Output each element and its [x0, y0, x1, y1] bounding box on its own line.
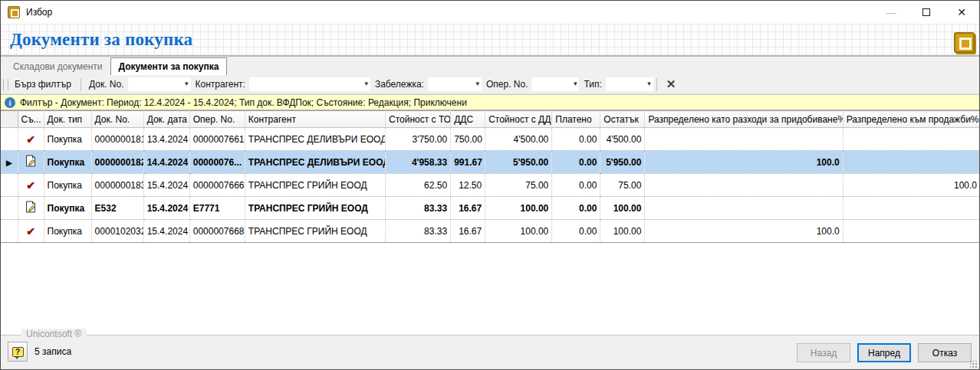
cell: [645, 197, 843, 220]
column-header[interactable]: Док. No.: [91, 111, 143, 128]
edit-document-icon: [25, 159, 36, 169]
app-icon: [8, 6, 20, 18]
column-header[interactable]: Опер. No.: [189, 111, 245, 128]
cell: ТРАНСПРЕС ДЕЛИВЪРИ ЕООД: [245, 151, 385, 174]
info-icon: i: [5, 97, 15, 108]
cell: 100.0: [645, 151, 843, 174]
cancel-button[interactable]: Отказ: [918, 343, 972, 362]
cell: 100.0: [843, 174, 980, 197]
filter-combo[interactable]: ▾: [428, 77, 482, 91]
checkmark-icon: ✔: [26, 179, 35, 192]
cell: 0000000181: [91, 128, 143, 151]
column-header[interactable]: Разпределено като разходи за придобиване…: [645, 111, 843, 128]
question-icon: ?: [12, 347, 24, 357]
cell: 15.4.2024: [143, 197, 189, 220]
maximize-icon: [922, 8, 930, 16]
column-header[interactable]: Док. дата: [143, 111, 189, 128]
table-row[interactable]: ✔Покупка000000018113.4.20240000007661ТРА…: [1, 128, 980, 151]
column-header[interactable]: ДДС: [451, 111, 485, 128]
page-title: Документи за покупка: [1, 30, 192, 50]
cell: Покупка: [44, 220, 91, 243]
cell: ТРАНСПРЕС ДЕЛИВЪРИ ЕООД: [245, 128, 385, 151]
help-button[interactable]: ?: [8, 342, 28, 362]
cell: 991.67: [451, 151, 485, 174]
forward-button[interactable]: Напред: [857, 343, 911, 362]
cell: 0.00: [552, 128, 600, 151]
cell: 100.00: [485, 220, 552, 243]
cell: 15.4.2024: [143, 174, 189, 197]
clear-filter-icon[interactable]: ✕: [660, 77, 682, 91]
edit-document-icon: [25, 205, 36, 215]
row-indicator: ▶: [1, 151, 18, 174]
table-row[interactable]: ПокупкаE53215.4.2024E7771ТРАНСПРЕС ГРИЙН…: [1, 197, 980, 220]
grid-empty-area: [1, 243, 979, 335]
filter-combo[interactable]: ▾: [606, 77, 653, 91]
row-indicator: [1, 197, 18, 220]
resize-grip[interactable]: [970, 361, 978, 368]
footer-panel: Unicontsoft ® ? 5 записа Назад Напред От…: [1, 335, 979, 370]
cell: [843, 151, 980, 174]
column-header[interactable]: Разпределено към продажби%: [843, 111, 980, 128]
quick-filter-button[interactable]: Бърз филтър: [8, 77, 77, 92]
cell: 0000007668: [189, 220, 245, 243]
column-header[interactable]: Стойност с ДДС: [485, 111, 552, 128]
page-header: Документи за покупка: [1, 24, 979, 57]
checkmark-icon: ✔: [26, 225, 35, 237]
table-row[interactable]: ✔Покупка000000018315.4.20240000007666ТРА…: [1, 174, 980, 197]
documents-grid: Съ...Док. типДок. No.Док. датаОпер. No.К…: [1, 110, 979, 243]
cell: 14.4.2024: [143, 151, 189, 174]
column-header[interactable]: Контрагент: [245, 111, 385, 128]
status-cell: [18, 151, 44, 174]
status-cell: [18, 197, 44, 220]
cell: Покупка: [44, 197, 91, 220]
filter-label: Контрагент:: [196, 79, 245, 90]
minimize-button[interactable]: —: [873, 1, 909, 24]
dialog-window: Избор — ✕ Документи за покупка Складови …: [0, 0, 980, 370]
toolbar-grip-handle[interactable]: [3, 79, 8, 90]
cell: Покупка: [44, 128, 91, 151]
column-header[interactable]: Платено: [552, 111, 600, 128]
tab-strip: Складови документиДокументи за покупка: [1, 57, 979, 75]
tab-warehouse-documents[interactable]: Складови документи: [5, 58, 110, 75]
table-row[interactable]: ✔Покупка000010203215.4.20240000007668ТРА…: [1, 220, 980, 243]
checkmark-icon: ✔: [26, 133, 35, 146]
filter-combo[interactable]: ▾: [249, 77, 370, 91]
cell: 4'500.00: [600, 128, 645, 151]
cell: 0000007666: [189, 174, 245, 197]
cell: 16.67: [451, 220, 485, 243]
column-header[interactable]: Съ...: [18, 111, 44, 128]
tab-purchase-documents[interactable]: Документи за покупка: [110, 57, 228, 75]
row-indicator: [1, 220, 18, 243]
title-bar: Избор — ✕: [1, 1, 979, 24]
filter-summary-text: Филтър - Документ: Период: 12.4.2024 - 1…: [20, 97, 467, 108]
cell: 0.00: [552, 197, 600, 220]
filter-label: Опер. No.: [486, 79, 528, 90]
cell: 100.0: [645, 220, 843, 243]
maximize-button[interactable]: [909, 1, 944, 24]
cell: [645, 128, 843, 151]
row-indicator: [1, 174, 18, 197]
filter-combo[interactable]: ▾: [128, 77, 191, 91]
status-cell: ✔: [18, 128, 44, 151]
column-header[interactable]: Остатък: [600, 111, 645, 128]
chevron-down-icon: ▾: [574, 80, 577, 87]
cell: 4'958.33: [386, 151, 451, 174]
cell: [645, 174, 843, 197]
back-button[interactable]: Назад: [797, 343, 850, 362]
table-row[interactable]: ▶Покупка000000018214.4.202400000076...ТР…: [1, 151, 980, 174]
cell: 4'500.00: [485, 128, 552, 151]
cell: 12.50: [451, 174, 485, 197]
unicontsoft-logo-icon: [954, 32, 975, 53]
cell: 100.00: [485, 197, 552, 220]
column-header[interactable]: Стойност с ТО: [386, 111, 451, 128]
close-button[interactable]: ✕: [944, 1, 979, 24]
cell: 0000007661: [189, 128, 245, 151]
cell: 13.4.2024: [143, 128, 189, 151]
cell: 0000000183: [91, 174, 143, 197]
column-header[interactable]: Док. тип: [44, 111, 91, 128]
filter-combo[interactable]: ▾: [531, 77, 579, 91]
cell: 16.67: [451, 197, 485, 220]
cell: E7771: [189, 197, 245, 220]
chevron-down-icon: ▾: [647, 80, 651, 87]
cell: 3'750.00: [386, 128, 451, 151]
